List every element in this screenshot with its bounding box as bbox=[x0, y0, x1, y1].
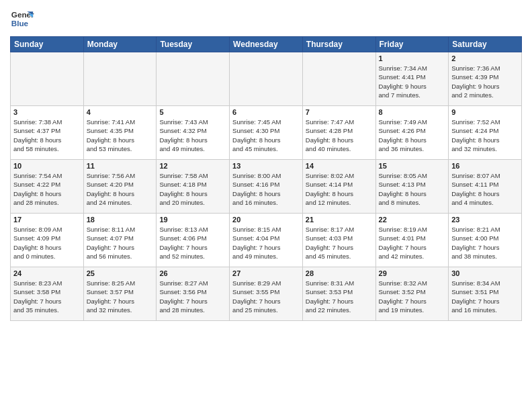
day-detail: Sunrise: 7:47 AM Sunset: 4:28 PM Dayligh… bbox=[306, 118, 373, 153]
day-cell: 29Sunrise: 8:32 AM Sunset: 3:52 PM Dayli… bbox=[375, 267, 449, 321]
day-number: 11 bbox=[87, 162, 154, 170]
day-number: 22 bbox=[379, 216, 446, 224]
header: General Blue bbox=[10, 7, 522, 31]
day-cell: 5Sunrise: 7:43 AM Sunset: 4:32 PM Daylig… bbox=[157, 106, 230, 160]
day-detail: Sunrise: 8:27 AM Sunset: 3:56 PM Dayligh… bbox=[159, 279, 226, 314]
day-detail: Sunrise: 7:36 AM Sunset: 4:39 PM Dayligh… bbox=[451, 64, 519, 99]
day-number: 24 bbox=[13, 269, 81, 277]
day-cell: 14Sunrise: 8:02 AM Sunset: 4:14 PM Dayli… bbox=[302, 160, 375, 214]
header-cell-sunday: Sunday bbox=[11, 37, 84, 52]
day-number: 17 bbox=[13, 216, 81, 224]
week-row-3: 10Sunrise: 7:54 AM Sunset: 4:22 PM Dayli… bbox=[11, 160, 522, 214]
day-cell: 27Sunrise: 8:29 AM Sunset: 3:55 PM Dayli… bbox=[230, 267, 303, 321]
day-number: 4 bbox=[87, 108, 154, 116]
header-cell-saturday: Saturday bbox=[449, 37, 522, 52]
day-cell: 4Sunrise: 7:41 AM Sunset: 4:35 PM Daylig… bbox=[83, 106, 157, 160]
day-detail: Sunrise: 8:19 AM Sunset: 4:01 PM Dayligh… bbox=[379, 225, 446, 261]
week-row-2: 3Sunrise: 7:38 AM Sunset: 4:37 PM Daylig… bbox=[11, 106, 522, 160]
day-detail: Sunrise: 8:17 AM Sunset: 4:03 PM Dayligh… bbox=[306, 225, 373, 261]
day-detail: Sunrise: 7:38 AM Sunset: 4:37 PM Dayligh… bbox=[13, 118, 81, 153]
day-number: 5 bbox=[159, 108, 226, 116]
header-cell-tuesday: Tuesday bbox=[157, 37, 230, 52]
day-cell: 20Sunrise: 8:15 AM Sunset: 4:04 PM Dayli… bbox=[230, 214, 303, 267]
day-cell: 6Sunrise: 7:45 AM Sunset: 4:30 PM Daylig… bbox=[230, 106, 303, 160]
day-detail: Sunrise: 8:32 AM Sunset: 3:52 PM Dayligh… bbox=[379, 279, 446, 314]
day-number: 7 bbox=[306, 108, 373, 116]
day-detail: Sunrise: 7:43 AM Sunset: 4:32 PM Dayligh… bbox=[159, 118, 226, 153]
day-cell: 15Sunrise: 8:05 AM Sunset: 4:13 PM Dayli… bbox=[375, 160, 449, 214]
week-row-1: 1Sunrise: 7:34 AM Sunset: 4:41 PM Daylig… bbox=[11, 52, 522, 106]
day-cell: 25Sunrise: 8:25 AM Sunset: 3:57 PM Dayli… bbox=[83, 267, 157, 321]
day-number: 21 bbox=[306, 216, 373, 224]
day-number: 30 bbox=[451, 269, 519, 277]
day-number: 14 bbox=[306, 162, 373, 170]
day-number: 9 bbox=[451, 108, 519, 116]
day-detail: Sunrise: 8:31 AM Sunset: 3:53 PM Dayligh… bbox=[306, 279, 373, 314]
page-container: General Blue SundayMondayTuesdayWednesda… bbox=[0, 0, 532, 324]
day-cell: 11Sunrise: 7:56 AM Sunset: 4:20 PM Dayli… bbox=[83, 160, 157, 214]
day-cell: 30Sunrise: 8:34 AM Sunset: 3:51 PM Dayli… bbox=[449, 267, 522, 321]
day-detail: Sunrise: 8:07 AM Sunset: 4:11 PM Dayligh… bbox=[451, 171, 519, 207]
day-number: 23 bbox=[451, 216, 519, 224]
day-detail: Sunrise: 7:58 AM Sunset: 4:18 PM Dayligh… bbox=[159, 171, 226, 207]
day-cell: 7Sunrise: 7:47 AM Sunset: 4:28 PM Daylig… bbox=[302, 106, 375, 160]
day-number: 10 bbox=[13, 162, 81, 170]
header-cell-wednesday: Wednesday bbox=[230, 37, 303, 52]
week-row-5: 24Sunrise: 8:23 AM Sunset: 3:58 PM Dayli… bbox=[11, 267, 522, 321]
day-detail: Sunrise: 7:49 AM Sunset: 4:26 PM Dayligh… bbox=[379, 118, 446, 153]
day-number: 27 bbox=[232, 269, 300, 277]
day-cell: 1Sunrise: 7:34 AM Sunset: 4:41 PM Daylig… bbox=[375, 52, 449, 106]
day-cell: 12Sunrise: 7:58 AM Sunset: 4:18 PM Dayli… bbox=[157, 160, 230, 214]
day-cell bbox=[11, 52, 84, 106]
day-cell: 17Sunrise: 8:09 AM Sunset: 4:09 PM Dayli… bbox=[11, 214, 84, 267]
day-detail: Sunrise: 8:13 AM Sunset: 4:06 PM Dayligh… bbox=[159, 225, 226, 261]
day-detail: Sunrise: 8:05 AM Sunset: 4:13 PM Dayligh… bbox=[379, 171, 446, 207]
day-number: 15 bbox=[379, 162, 446, 170]
day-detail: Sunrise: 7:34 AM Sunset: 4:41 PM Dayligh… bbox=[379, 64, 446, 99]
day-cell bbox=[83, 52, 157, 106]
day-number: 6 bbox=[232, 108, 300, 116]
day-cell: 18Sunrise: 8:11 AM Sunset: 4:07 PM Dayli… bbox=[83, 214, 157, 267]
day-detail: Sunrise: 8:25 AM Sunset: 3:57 PM Dayligh… bbox=[87, 279, 154, 314]
day-cell bbox=[230, 52, 303, 106]
day-number: 28 bbox=[306, 269, 373, 277]
day-detail: Sunrise: 8:23 AM Sunset: 3:58 PM Dayligh… bbox=[13, 279, 81, 314]
day-cell: 8Sunrise: 7:49 AM Sunset: 4:26 PM Daylig… bbox=[375, 106, 449, 160]
calendar-body: 1Sunrise: 7:34 AM Sunset: 4:41 PM Daylig… bbox=[11, 52, 522, 321]
day-detail: Sunrise: 8:21 AM Sunset: 4:00 PM Dayligh… bbox=[451, 225, 519, 261]
day-detail: Sunrise: 7:56 AM Sunset: 4:20 PM Dayligh… bbox=[87, 171, 154, 207]
day-number: 2 bbox=[451, 54, 519, 62]
day-detail: Sunrise: 7:54 AM Sunset: 4:22 PM Dayligh… bbox=[13, 171, 81, 207]
day-detail: Sunrise: 7:45 AM Sunset: 4:30 PM Dayligh… bbox=[232, 118, 300, 153]
day-cell: 2Sunrise: 7:36 AM Sunset: 4:39 PM Daylig… bbox=[449, 52, 522, 106]
header-cell-monday: Monday bbox=[83, 37, 157, 52]
week-row-4: 17Sunrise: 8:09 AM Sunset: 4:09 PM Dayli… bbox=[11, 214, 522, 267]
day-detail: Sunrise: 7:41 AM Sunset: 4:35 PM Dayligh… bbox=[87, 118, 154, 153]
day-number: 19 bbox=[159, 216, 226, 224]
day-detail: Sunrise: 8:11 AM Sunset: 4:07 PM Dayligh… bbox=[87, 225, 154, 261]
day-cell: 23Sunrise: 8:21 AM Sunset: 4:00 PM Dayli… bbox=[449, 214, 522, 267]
day-number: 18 bbox=[87, 216, 154, 224]
header-cell-friday: Friday bbox=[375, 37, 449, 52]
day-detail: Sunrise: 7:52 AM Sunset: 4:24 PM Dayligh… bbox=[451, 118, 519, 153]
day-number: 3 bbox=[13, 108, 81, 116]
day-number: 16 bbox=[451, 162, 519, 170]
day-cell: 22Sunrise: 8:19 AM Sunset: 4:01 PM Dayli… bbox=[375, 214, 449, 267]
day-number: 8 bbox=[379, 108, 446, 116]
day-cell: 13Sunrise: 8:00 AM Sunset: 4:16 PM Dayli… bbox=[230, 160, 303, 214]
day-cell: 24Sunrise: 8:23 AM Sunset: 3:58 PM Dayli… bbox=[11, 267, 84, 321]
day-detail: Sunrise: 8:15 AM Sunset: 4:04 PM Dayligh… bbox=[232, 225, 300, 261]
day-cell: 26Sunrise: 8:27 AM Sunset: 3:56 PM Dayli… bbox=[157, 267, 230, 321]
day-cell: 19Sunrise: 8:13 AM Sunset: 4:06 PM Dayli… bbox=[157, 214, 230, 267]
day-number: 26 bbox=[159, 269, 226, 277]
day-cell: 21Sunrise: 8:17 AM Sunset: 4:03 PM Dayli… bbox=[302, 214, 375, 267]
calendar-header-row: SundayMondayTuesdayWednesdayThursdayFrid… bbox=[11, 37, 522, 52]
day-detail: Sunrise: 8:29 AM Sunset: 3:55 PM Dayligh… bbox=[232, 279, 300, 314]
day-number: 29 bbox=[379, 269, 446, 277]
calendar-table: SundayMondayTuesdayWednesdayThursdayFrid… bbox=[10, 36, 522, 321]
svg-text:Blue: Blue bbox=[11, 19, 29, 28]
day-cell: 10Sunrise: 7:54 AM Sunset: 4:22 PM Dayli… bbox=[11, 160, 84, 214]
day-detail: Sunrise: 8:00 AM Sunset: 4:16 PM Dayligh… bbox=[232, 171, 300, 207]
day-cell: 28Sunrise: 8:31 AM Sunset: 3:53 PM Dayli… bbox=[302, 267, 375, 321]
logo-icon: General Blue bbox=[10, 7, 34, 31]
